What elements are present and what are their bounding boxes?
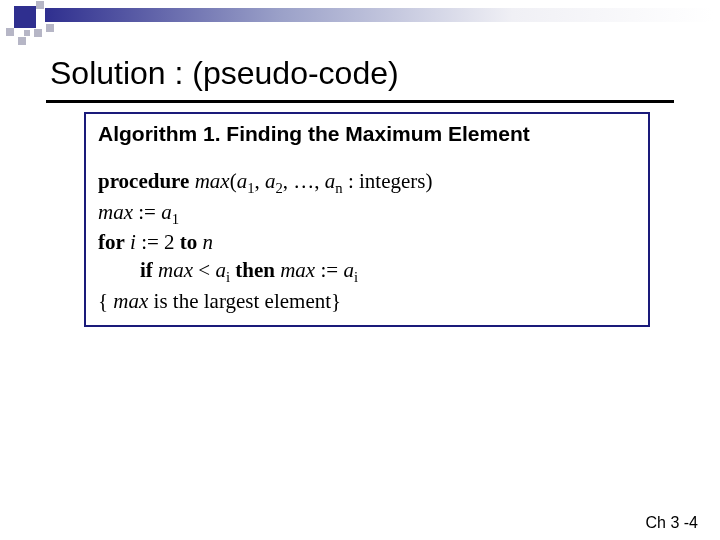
var-a: a <box>343 258 354 282</box>
deco-dot <box>34 29 42 37</box>
var-i: i <box>125 230 136 254</box>
var-n: n <box>197 230 213 254</box>
text: := 2 <box>136 230 180 254</box>
slide-footer: Ch 3 -4 <box>646 514 698 532</box>
assign-op: := <box>315 258 343 282</box>
var-max: max <box>153 258 193 282</box>
deco-dot <box>18 37 26 45</box>
comment-text: is the largest element} <box>148 289 341 313</box>
corner-accent-square <box>14 6 36 28</box>
deco-dot <box>36 1 44 9</box>
lt-op: < <box>193 258 215 282</box>
var-a: a <box>215 258 226 282</box>
keyword-for: for <box>98 230 125 254</box>
keyword-procedure: procedure <box>98 169 189 193</box>
code-line-5: { max is the largest element} <box>98 288 636 316</box>
tail-text: : integers) <box>343 169 433 193</box>
var-a: a <box>161 200 172 224</box>
var-max: max <box>108 289 148 313</box>
sep: , <box>254 169 265 193</box>
deco-dot <box>24 30 30 36</box>
fn-name: max <box>189 169 229 193</box>
var-max: max <box>275 258 315 282</box>
keyword-then: then <box>235 258 275 282</box>
sep: , …, <box>283 169 325 193</box>
var-max: max <box>98 200 133 224</box>
brace-open: { <box>98 289 108 313</box>
assign-op: := <box>133 200 161 224</box>
code-line-3: for i := 2 to n <box>98 229 636 257</box>
var-a: a <box>237 169 248 193</box>
subscript: 2 <box>275 180 282 196</box>
slide-title: Solution : (pseudo-code) <box>50 55 399 92</box>
var-a: a <box>265 169 276 193</box>
subscript: 1 <box>172 211 179 227</box>
header-gradient-bar <box>45 8 713 22</box>
code-line-1: procedure max(a1, a2, …, an : integers) <box>98 168 636 199</box>
code-line-4: if max < ai then max := ai <box>98 257 636 288</box>
slide: Solution : (pseudo-code) Algorithm 1. Fi… <box>0 0 720 540</box>
keyword-if: if <box>140 258 153 282</box>
subscript: i <box>354 269 358 285</box>
algorithm-heading: Algorithm 1. Finding the Maximum Element <box>98 122 636 146</box>
code-line-2: max := a1 <box>98 199 636 230</box>
title-underline <box>46 100 674 103</box>
var-a: a <box>325 169 336 193</box>
paren-open: ( <box>230 169 237 193</box>
deco-dot <box>46 24 54 32</box>
subscript: n <box>335 180 342 196</box>
keyword-to: to <box>180 230 198 254</box>
deco-dot <box>6 28 14 36</box>
algorithm-box: Algorithm 1. Finding the Maximum Element… <box>84 112 650 327</box>
